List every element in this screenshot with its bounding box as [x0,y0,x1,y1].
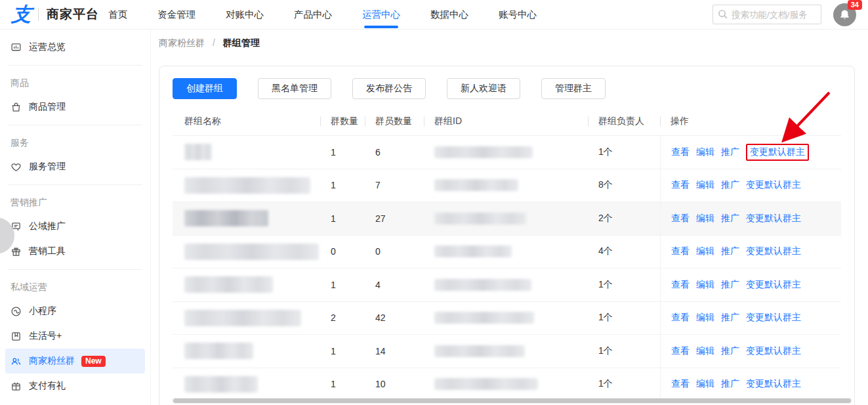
action-promote[interactable]: 推广 [721,345,739,357]
life-account-icon [10,330,22,342]
action-promote[interactable]: 推广 [721,179,739,191]
action-view[interactable]: 查看 [671,213,690,224]
sidebar-item-billboard[interactable]: 公域推广 [0,214,150,239]
column-header-group-count: 群数量 [320,116,365,127]
action-edit[interactable]: 编辑 [696,279,714,291]
miniapp-icon [10,305,22,317]
actions-cell: 查看编辑推广变更默认群主 [660,202,841,235]
fans-group-icon [10,355,22,367]
nav-item-4[interactable]: 运营中心 [362,0,400,30]
group-id-cell [424,345,588,357]
action-change-default-owner[interactable]: 变更默认群主 [746,245,801,257]
group-id-cell [424,378,588,390]
logo-divider [38,8,39,21]
new-badge: New [81,356,106,367]
table-row: 1272个查看编辑推广变更默认群主 [173,202,841,236]
action-edit[interactable]: 编辑 [696,213,714,224]
sidebar-item-label: 服务管理 [29,161,66,173]
actions-cell: 查看编辑推广变更默认群主 [660,169,841,202]
actions-cell: 查看编辑推广变更默认群主 [660,368,841,401]
action-view[interactable]: 查看 [671,345,690,357]
nav-item-5[interactable]: 数据中心 [430,0,468,30]
sidebar-item-label: 商品管理 [29,101,66,113]
action-change-default-owner[interactable]: 变更默认群主 [746,345,801,357]
sidebar-item-overview[interactable]: 运营总览 [0,35,150,60]
blacklist-manage-button[interactable]: 黑名单管理 [258,78,331,99]
action-promote[interactable]: 推广 [721,378,739,390]
action-change-default-owner[interactable]: 变更默认群主 [746,378,801,390]
action-view[interactable]: 查看 [671,378,690,390]
sidebar-item-payment-gift[interactable]: 支付有礼 [0,373,150,398]
manage-owner-button[interactable]: 管理群主 [541,78,606,99]
group-name-cell [173,210,320,226]
action-change-default-owner[interactable]: 变更默认群主 [746,279,801,291]
group-name-cell [173,310,320,326]
redacted-group-name [184,276,273,293]
table-body: 161个查看编辑推广变更默认群主178个查看编辑推广变更默认群主1272个查看编… [173,136,841,401]
publish-announcement-button[interactable]: 发布群公告 [352,78,426,99]
sidebar: 运营总览商品商品管理服务服务管理营销推广公域推广营销工具私域运营小程序生活号+商… [0,30,151,405]
redacted-group-id [434,146,533,158]
table-row: 141个查看编辑推广变更默认群主 [173,268,841,302]
action-change-default-owner[interactable]: 变更默认群主 [746,312,801,324]
nav-item-1[interactable]: 资金管理 [157,0,196,30]
sidebar-section-title: 商品 [0,71,150,95]
sidebar-item-label: 公域推广 [29,221,66,232]
action-edit[interactable]: 编辑 [696,312,714,324]
action-promote[interactable]: 推广 [721,312,739,324]
sidebar-item-fans-group[interactable]: 商家粉丝群New [5,349,145,373]
action-view[interactable]: 查看 [671,146,690,158]
horizontal-scrollbar-track [172,398,852,404]
notification-bell-button[interactable]: 34 [833,3,856,26]
sidebar-item-gift[interactable]: 营销工具 [0,239,150,264]
action-edit[interactable]: 编辑 [696,146,714,158]
sidebar-item-label: 运营总览 [29,41,66,53]
action-promote[interactable]: 推广 [721,213,739,224]
member-count-cell: 0 [365,246,424,257]
action-edit[interactable]: 编辑 [696,345,714,357]
nav-item-3[interactable]: 产品中心 [294,0,332,30]
redacted-group-id [434,213,526,224]
sidebar-item-heart[interactable]: 服务管理 [0,154,150,179]
action-view[interactable]: 查看 [671,279,690,291]
action-promote[interactable]: 推广 [721,245,739,257]
sidebar-item-life-account[interactable]: 生活号+ [0,324,150,349]
nav-item-2[interactable]: 对账中心 [226,0,264,30]
alipay-logo-icon: 支 [10,5,32,24]
create-group-button[interactable]: 创建群组 [173,78,237,99]
group-count-cell: 1 [320,147,365,158]
toolbar: 创建群组黑名单管理发布群公告新人欢迎语管理群主 [173,78,841,99]
column-header-member-count: 群员数量 [365,116,424,127]
action-promote[interactable]: 推广 [721,279,739,291]
bell-icon [839,9,850,20]
welcome-message-button[interactable]: 新人欢迎语 [447,78,520,99]
action-change-default-owner[interactable]: 变更默认群主 [746,213,801,224]
action-edit[interactable]: 编辑 [696,179,714,191]
table-row: 161个查看编辑推广变更默认群主 [173,136,841,169]
horizontal-scrollbar-thumb[interactable] [173,398,851,403]
nav-item-0[interactable]: 首页 [108,0,127,30]
action-promote[interactable]: 推广 [721,146,739,158]
sidebar-item-label: 营销工具 [29,245,66,257]
member-count-cell: 7 [365,180,424,190]
sidebar-item-miniapp[interactable]: 小程序 [0,299,150,324]
action-view[interactable]: 查看 [671,312,690,324]
action-edit[interactable]: 编辑 [696,245,714,257]
table-row: 1101个查看编辑推广变更默认群主 [173,368,841,402]
breadcrumb-separator: / [213,37,215,48]
nav-item-6[interactable]: 账号中心 [499,0,537,30]
brand-title: 商家平台 [47,6,99,23]
sidebar-item-shopping-bag[interactable]: 商品管理 [0,95,150,119]
redacted-group-id [434,245,512,257]
search-input[interactable] [713,5,821,24]
action-view[interactable]: 查看 [671,245,690,257]
sidebar-menu: 运营总览商品商品管理服务服务管理营销推广公域推广营销工具私域运营小程序生活号+商… [0,35,150,398]
group-count-cell: 1 [320,280,365,290]
actions-cell: 查看编辑推广变更默认群主 [660,302,841,335]
action-change-default-owner[interactable]: 变更默认群主 [746,179,801,191]
breadcrumb-parent[interactable]: 商家粉丝群 [159,37,205,48]
action-edit[interactable]: 编辑 [696,378,714,390]
group-owner-cell: 1个 [588,279,660,291]
action-view[interactable]: 查看 [671,179,690,191]
action-change-default-owner[interactable]: 变更默认群主 [746,144,809,161]
